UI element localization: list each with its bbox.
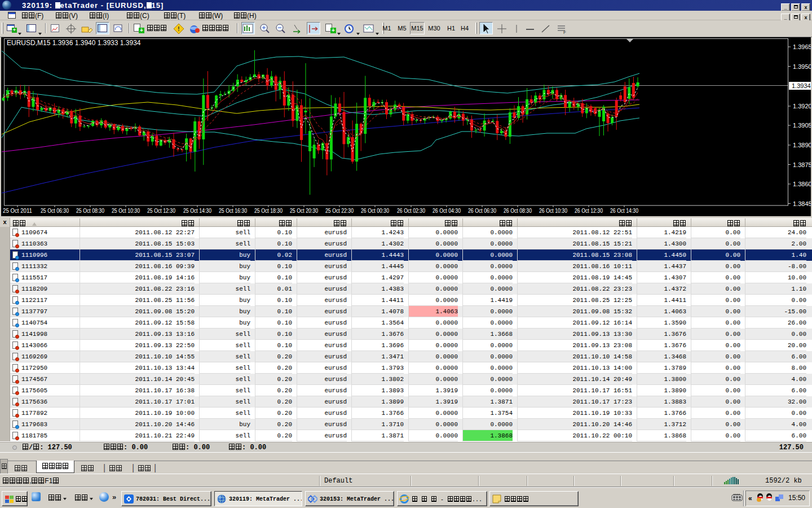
svg-text:1.3905: 1.3905 — [793, 122, 812, 129]
svg-text:F: F — [563, 30, 566, 35]
svg-text:26 Oct 02:30: 26 Oct 02:30 — [397, 207, 425, 214]
svg-text:26 Oct 12:30: 26 Oct 12:30 — [575, 207, 603, 214]
svg-text:26 Oct 10:30: 26 Oct 10:30 — [539, 207, 567, 214]
svg-text:25 Oct 14:30: 25 Oct 14:30 — [183, 207, 211, 214]
svg-text:25 Oct 18:30: 25 Oct 18:30 — [254, 207, 283, 214]
svg-text:1.3950: 1.3950 — [793, 63, 812, 70]
svg-text:25 Oct 10:30: 25 Oct 10:30 — [112, 207, 140, 214]
svg-text:1.3845: 1.3845 — [793, 200, 812, 207]
svg-text:25 Oct 08:30: 25 Oct 08:30 — [76, 207, 104, 214]
svg-text:1.3890: 1.3890 — [793, 142, 812, 148]
svg-text:25 Oct 12:30: 25 Oct 12:30 — [147, 207, 175, 214]
svg-text:26 Oct 04:30: 26 Oct 04:30 — [433, 207, 461, 214]
svg-text:26 Oct 08:30: 26 Oct 08:30 — [504, 207, 532, 214]
svg-text:25 Oct 16:30: 25 Oct 16:30 — [219, 207, 247, 214]
svg-text:26 Oct 00:30: 26 Oct 00:30 — [361, 207, 389, 214]
svg-text:25 Oct 20:30: 25 Oct 20:30 — [290, 207, 318, 214]
svg-text:EURUSD,M15 1.3936 1.3940 1.39: EURUSD,M15 1.3936 1.3940 1.3933 1.3934 — [7, 39, 141, 47]
svg-text:1.3860: 1.3860 — [793, 181, 812, 187]
svg-text:1.3920: 1.3920 — [793, 103, 812, 110]
svg-text:1.3875: 1.3875 — [793, 161, 812, 168]
svg-text:25 Oct 2011: 25 Oct 2011 — [3, 207, 32, 214]
svg-text:26 Oct 06:30: 26 Oct 06:30 — [468, 207, 496, 214]
svg-text:1.3965: 1.3965 — [793, 43, 812, 50]
svg-text:26 Oct 14:30: 26 Oct 14:30 — [610, 207, 638, 214]
svg-text:!: ! — [178, 25, 180, 32]
svg-text:25 Oct 22:30: 25 Oct 22:30 — [325, 207, 354, 214]
svg-text:1.3934: 1.3934 — [792, 82, 811, 89]
svg-text:25 Oct 06:30: 25 Oct 06:30 — [41, 207, 69, 214]
